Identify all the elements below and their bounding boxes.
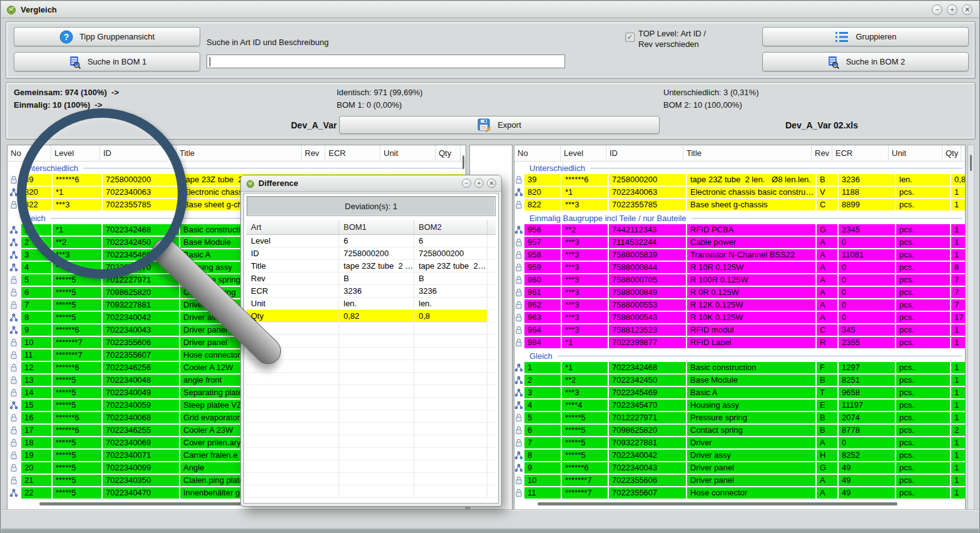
diff-cell [339, 398, 414, 410]
table-row[interactable]: 984*17022399877RFID LabelR2355pcs.1 [514, 337, 965, 348]
cell-ecr: 49 [839, 475, 895, 486]
dialog-close-button[interactable]: ✕ [487, 179, 496, 188]
column-header-ecr[interactable]: ECR [325, 145, 380, 161]
lock-icon [8, 475, 20, 486]
diff-cell [487, 423, 499, 435]
diff-cell [414, 485, 487, 497]
cell-id: 7588000553 [609, 299, 686, 311]
table-row[interactable]: 960***37588000705R 100R 0.125WA0pcs.7 [514, 274, 965, 286]
assembly-icon [8, 324, 20, 336]
cell-qty: 1 [951, 475, 966, 486]
column-header-title[interactable]: Title [176, 145, 302, 161]
table-row[interactable]: 957***37114532244Cable powerA0pcs.1 [514, 237, 965, 248]
diff-row[interactable]: Level66 [247, 235, 496, 247]
diff-cell: 7258000200 [339, 247, 414, 259]
table-row[interactable]: 11*******77022355607Hose connectorA49pcs… [514, 487, 965, 499]
cell-unit: pcs. [896, 375, 950, 386]
cell-id: 7022399877 [609, 337, 686, 348]
tip-group-view-button[interactable]: ? Tipp Gruppenansicht [14, 27, 200, 46]
cell-level: **2 [562, 375, 608, 386]
cell-level: *1 [562, 337, 608, 348]
bom2-hscrollbar[interactable] [538, 502, 897, 505]
cell-qty: 1 [951, 462, 966, 473]
difference-dialog-title: Difference [258, 179, 299, 188]
column-header-rev[interactable]: Rev [812, 145, 832, 161]
diff-row[interactable]: Unitlen.len. [247, 298, 496, 310]
search-input[interactable] [207, 54, 565, 68]
cell-qty: 1 [951, 450, 966, 461]
column-header-no[interactable]: No [514, 145, 561, 161]
cell-unit: pcs. [896, 187, 950, 198]
table-row[interactable]: 962***37588000553R 12K 0.125WA0pcs.7 [514, 299, 965, 311]
table-row[interactable]: 963***37588000543R 10K 0.125WA0pcs.17 [514, 312, 965, 323]
table-row[interactable]: 822***37022355785Base sheet g-chassisC88… [514, 199, 965, 210]
table-row[interactable]: 959***37588000844R 10R 0,125WA0pcs.8 [514, 262, 965, 273]
table-row[interactable]: 3***37022345469Basic AT9658pcs.1 [514, 387, 965, 398]
search-bom2-button[interactable]: Suche in BOM 2 [762, 52, 969, 71]
cell-level: *******7 [562, 487, 608, 499]
table-row[interactable]: 39******67258000200tape 23Z tube 2 len. … [514, 174, 965, 185]
dialog-minimize-button[interactable]: − [462, 179, 471, 188]
top-level-checkbox[interactable]: ✔ [625, 33, 635, 42]
diff-row[interactable]: ID72580002007258000200 [247, 247, 496, 260]
table-row[interactable]: 7*****57093227881DriverA0pcs.1 [514, 437, 965, 448]
table-row[interactable]: 964***37588123523RFID modulC345pcs.1 [514, 324, 965, 336]
table-row[interactable]: 961***37588000849R 0R 0.125WA0pcs.7 [514, 287, 965, 298]
app-icon [246, 179, 255, 188]
diff-column-header-art[interactable]: Art [247, 220, 339, 234]
search-bom1-button[interactable]: Suche in BOM 1 [14, 52, 200, 71]
cell-title: RFID Label [687, 337, 815, 348]
group-divider-line [590, 168, 962, 168]
help-icon: ? [59, 30, 73, 44]
diff-cell [487, 335, 499, 347]
diff-row[interactable]: ECR32363236 [247, 285, 496, 298]
column-header-id[interactable]: ID [606, 145, 683, 161]
gruppieren-button[interactable]: Gruppieren [762, 27, 969, 46]
table-row[interactable]: 1*17022342468Basic constructionF1297pcs.… [514, 362, 965, 373]
dialog-maximize-button[interactable]: + [474, 179, 484, 188]
maximize-button[interactable]: + [947, 4, 957, 15]
cell-rev: A [817, 487, 837, 499]
table-row[interactable]: 5*****57012227971Pressure springB2074pcs… [514, 412, 965, 423]
table-row[interactable]: 10*******77022355606Driver panelA49pcs.1 [514, 475, 965, 486]
column-header-unit[interactable]: Unit [380, 145, 436, 161]
column-header-level[interactable]: Level [561, 145, 606, 161]
cell-id: 7022342450 [609, 375, 686, 386]
bom1-vscrollbar[interactable] [462, 155, 464, 169]
group-list-icon [834, 31, 849, 43]
column-header-unit[interactable]: Unit [889, 145, 942, 161]
diff-column-header-bom2[interactable]: BOM2 [414, 220, 487, 234]
table-row[interactable]: 958***37588005839Transistor N-Channel BS… [514, 249, 965, 261]
column-header-qty[interactable]: Qty [436, 145, 461, 161]
diff-column-header-bom1[interactable]: BOM1 [339, 220, 414, 234]
column-header-title[interactable]: Title [683, 145, 812, 161]
minimize-button[interactable]: − [932, 4, 942, 15]
bom2-vscrollbar[interactable] [970, 155, 972, 171]
main-window: Vergleich − + ✕ ? Tipp Gruppenansicht [0, 0, 980, 533]
diff-column-header-empty[interactable] [487, 220, 499, 234]
title-bar: Vergleich − + ✕ [1, 1, 979, 18]
table-row[interactable]: 6*****57098625820Contact springB8778pcs.… [514, 425, 965, 436]
diff-cell [247, 460, 339, 472]
diff-row[interactable]: Titletape 23Z tube 2 len. Ø8 len.len.tap… [247, 260, 496, 272]
column-header-qty[interactable]: Qty [942, 145, 961, 161]
difference-dialog-content: Deviation(s): 1 ArtBOM1BOM2 Level66ID725… [243, 193, 499, 504]
magnifier-ring [17, 108, 187, 279]
table-row[interactable]: 4****47022345470Housing assyE11197pcs.1 [514, 400, 965, 411]
table-row[interactable]: 8*****57022340042Driver assyH8252pcs.1 [514, 450, 965, 461]
cell-unit: pcs. [896, 412, 950, 423]
table-row[interactable]: 956**27442112343RFID PCBAG2345pcs.1 [514, 224, 965, 235]
column-header-ecr[interactable]: ECR [832, 145, 889, 161]
table-row[interactable]: 9******67022340043Driver panelG49pcs.1 [514, 462, 965, 473]
export-button[interactable]: Export [339, 116, 660, 134]
cell-ecr: 1297 [839, 362, 895, 373]
diff-row[interactable]: Qty0,820,8 [247, 310, 496, 323]
cell-rev: B [817, 412, 837, 423]
table-row[interactable]: 2**27022342450Base ModuleB8251pcs.1 [514, 375, 965, 386]
cell-no: 962 [524, 299, 561, 311]
column-header-rev[interactable]: Rev [302, 145, 325, 161]
table-row[interactable]: 820*17022340063Electronic chassis basic … [514, 187, 965, 198]
close-button[interactable]: ✕ [962, 4, 972, 15]
diff-cell [487, 260, 499, 272]
diff-row[interactable]: RevBB [247, 272, 496, 285]
